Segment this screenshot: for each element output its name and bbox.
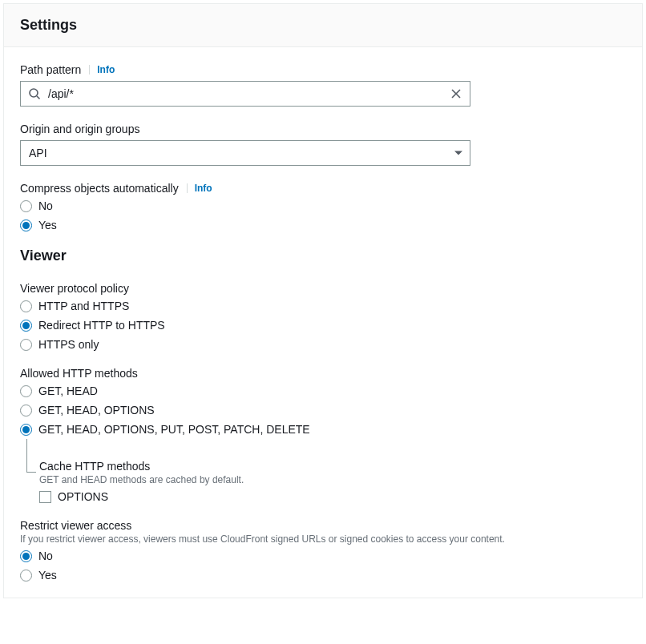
- restrict-access-desc: If you restrict viewer access, viewers m…: [20, 533, 626, 545]
- compress-yes-label: Yes: [38, 219, 57, 231]
- radio-icon: [20, 300, 32, 312]
- viewer-protocol-field: Viewer protocol policy HTTP and HTTPS Re…: [20, 282, 626, 351]
- protocol-http-https-label: HTTP and HTTPS: [38, 300, 129, 312]
- path-pattern-input[interactable]: [20, 81, 470, 107]
- cache-methods-desc: GET and HEAD methods are cached by defau…: [39, 474, 626, 485]
- path-pattern-label: Path pattern: [20, 63, 81, 76]
- cache-options-label: OPTIONS: [58, 490, 108, 503]
- allowed-methods-radio-group: GET, HEAD GET, HEAD, OPTIONS GET, HEAD, …: [20, 384, 626, 436]
- origin-label: Origin and origin groups: [20, 123, 139, 135]
- protocol-https-only-radio[interactable]: HTTPS only: [20, 338, 626, 351]
- restrict-yes-label: Yes: [38, 569, 57, 582]
- viewer-protocol-radio-group: HTTP and HTTPS Redirect HTTP to HTTPS HT…: [20, 300, 626, 351]
- compress-no-label: No: [38, 199, 53, 212]
- protocol-redirect-radio[interactable]: Redirect HTTP to HTTPS: [20, 319, 626, 332]
- protocol-http-https-radio[interactable]: HTTP and HTTPS: [20, 300, 626, 312]
- radio-icon: [20, 424, 32, 436]
- radio-icon: [20, 339, 32, 351]
- checkbox-icon: [39, 491, 51, 503]
- cache-methods-title: Cache HTTP methods: [39, 460, 626, 473]
- origin-select[interactable]: API: [20, 140, 470, 166]
- radio-icon: [20, 385, 32, 397]
- compress-radio-group: No Yes: [20, 199, 626, 231]
- radio-icon: [20, 200, 32, 212]
- compress-yes-radio[interactable]: Yes: [20, 219, 626, 231]
- compress-no-radio[interactable]: No: [20, 199, 626, 212]
- viewer-heading: Viewer: [20, 248, 626, 264]
- panel-header: Settings: [4, 4, 642, 47]
- methods-get-head-options-radio[interactable]: GET, HEAD, OPTIONS: [20, 404, 626, 417]
- cache-methods-subfield: Cache HTTP methods GET and HEAD methods …: [25, 439, 626, 503]
- methods-get-head-radio[interactable]: GET, HEAD: [20, 384, 626, 397]
- origin-field: Origin and origin groups API: [20, 123, 626, 166]
- radio-icon: [20, 550, 32, 562]
- restrict-yes-radio[interactable]: Yes: [20, 569, 626, 582]
- cache-options-checkbox[interactable]: OPTIONS: [39, 490, 626, 503]
- restrict-no-radio[interactable]: No: [20, 549, 626, 562]
- methods-get-head-label: GET, HEAD: [38, 384, 98, 397]
- protocol-https-only-label: HTTPS only: [38, 338, 99, 351]
- panel-body: Path pattern Info: [4, 47, 642, 598]
- radio-icon: [20, 219, 32, 231]
- panel-title: Settings: [20, 17, 626, 34]
- compress-field: Compress objects automatically Info No Y…: [20, 182, 626, 231]
- path-pattern-field: Path pattern Info: [20, 63, 626, 107]
- elbow-connector-icon: [26, 439, 36, 473]
- methods-get-head-options-label: GET, HEAD, OPTIONS: [38, 404, 155, 417]
- allowed-methods-field: Allowed HTTP methods GET, HEAD GET, HEAD…: [20, 367, 626, 503]
- restrict-access-field: Restrict viewer access If you restrict v…: [20, 519, 626, 582]
- radio-icon: [20, 320, 32, 332]
- compress-label: Compress objects automatically: [20, 182, 179, 195]
- settings-panel: Settings Path pattern Info: [3, 3, 643, 598]
- methods-all-label: GET, HEAD, OPTIONS, PUT, POST, PATCH, DE…: [38, 423, 310, 436]
- allowed-methods-label: Allowed HTTP methods: [20, 367, 138, 380]
- compress-info-link[interactable]: Info: [187, 183, 212, 194]
- clear-input-icon[interactable]: [450, 87, 462, 100]
- path-pattern-info-link[interactable]: Info: [89, 64, 115, 75]
- restrict-no-label: No: [38, 549, 53, 562]
- restrict-access-radio-group: No Yes: [20, 549, 626, 582]
- methods-all-radio[interactable]: GET, HEAD, OPTIONS, PUT, POST, PATCH, DE…: [20, 423, 626, 436]
- radio-icon: [20, 570, 32, 582]
- origin-select-value: API: [29, 147, 47, 159]
- viewer-protocol-label: Viewer protocol policy: [20, 282, 129, 295]
- protocol-redirect-label: Redirect HTTP to HTTPS: [38, 319, 165, 332]
- radio-icon: [20, 405, 32, 417]
- restrict-access-label: Restrict viewer access: [20, 519, 131, 532]
